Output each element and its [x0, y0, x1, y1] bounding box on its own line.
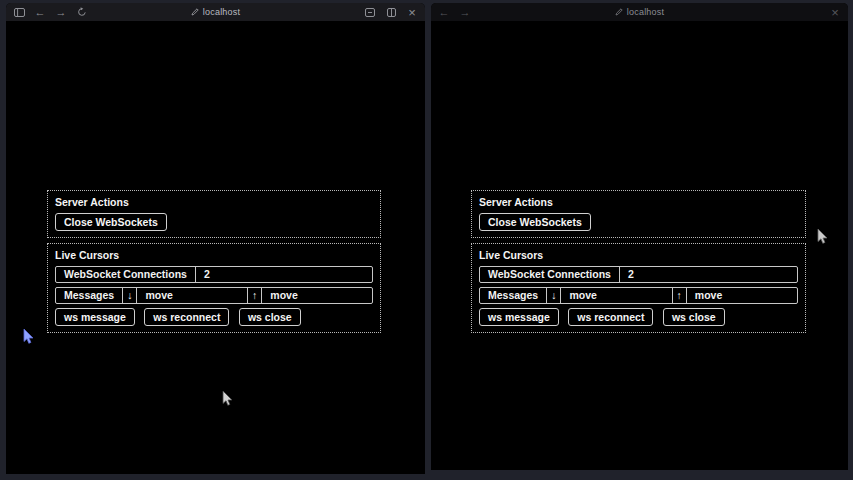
ws-reconnect-button[interactable]: ws reconnect: [568, 308, 653, 326]
forward-icon[interactable]: →: [55, 6, 67, 18]
ws-buttons-row: ws message ws reconnect ws close: [55, 304, 373, 326]
sent-message-value: move: [687, 288, 797, 303]
titlebar-right-controls: ×: [829, 6, 841, 18]
server-actions-legend: Server Actions: [479, 196, 798, 209]
forward-icon[interactable]: →: [459, 6, 471, 18]
ws-message-button[interactable]: ws message: [479, 308, 559, 326]
page-title: localhost: [627, 7, 664, 17]
edit-url-icon: [191, 8, 199, 16]
ws-buttons-row: ws message ws reconnect ws close: [479, 304, 798, 326]
ws-close-button[interactable]: ws close: [239, 308, 301, 326]
messages-row: Messages ↓ move ↑ move: [479, 287, 798, 304]
url-bar[interactable]: localhost: [431, 7, 848, 17]
sidebar-icon[interactable]: [13, 6, 25, 18]
sent-arrow-icon: ↑: [673, 288, 687, 303]
connections-value: 2: [196, 267, 372, 282]
titlebar-left-controls: ← →: [438, 6, 471, 18]
live-cursors-group: Live Cursors WebSocket Connections 2 Mes…: [471, 243, 806, 333]
remote-cursor-blue: [23, 329, 35, 345]
reload-icon[interactable]: [76, 6, 88, 18]
sent-arrow-icon: ↑: [248, 288, 262, 303]
browser-window-right: ← → localhost × Server Actions Close Web…: [431, 3, 848, 470]
websocket-test-panel: Server Actions Close WebSockets Live Cur…: [47, 190, 381, 338]
reader-icon[interactable]: [364, 6, 376, 18]
live-cursors-legend: Live Cursors: [479, 249, 798, 262]
messages-label: Messages: [480, 288, 547, 303]
page-content: Server Actions Close WebSockets Live Cur…: [431, 21, 848, 470]
close-icon[interactable]: ×: [406, 6, 418, 18]
received-arrow-icon: ↓: [547, 288, 561, 303]
connections-label: WebSocket Connections: [56, 267, 196, 282]
ws-reconnect-button[interactable]: ws reconnect: [144, 308, 229, 326]
server-actions-group: Server Actions Close WebSockets: [47, 190, 381, 238]
server-actions-group: Server Actions Close WebSockets: [471, 190, 806, 238]
ws-close-button[interactable]: ws close: [663, 308, 725, 326]
close-icon[interactable]: ×: [829, 6, 841, 18]
connections-label: WebSocket Connections: [480, 267, 620, 282]
received-message-value: move: [137, 288, 248, 303]
titlebar: ← → localhost ×: [431, 3, 848, 21]
server-actions-legend: Server Actions: [55, 196, 373, 209]
live-cursors-group: Live Cursors WebSocket Connections 2 Mes…: [47, 243, 381, 333]
browser-window-left: ← → localhost × Server Actions Close Web…: [6, 3, 425, 474]
back-icon[interactable]: ←: [34, 6, 46, 18]
page-title: localhost: [203, 7, 240, 17]
split-view-icon[interactable]: [385, 6, 397, 18]
close-websockets-button[interactable]: Close WebSockets: [479, 213, 591, 231]
close-websockets-button[interactable]: Close WebSockets: [55, 213, 167, 231]
connections-value: 2: [620, 267, 797, 282]
messages-label: Messages: [56, 288, 123, 303]
edit-url-icon: [615, 8, 623, 16]
titlebar-right-controls: ×: [364, 6, 418, 18]
messages-row: Messages ↓ move ↑ move: [55, 287, 373, 304]
received-message-value: move: [561, 288, 672, 303]
back-icon[interactable]: ←: [438, 6, 450, 18]
ws-message-button[interactable]: ws message: [55, 308, 135, 326]
mouse-cursor: [222, 391, 234, 407]
connections-row: WebSocket Connections 2: [479, 266, 798, 283]
remote-cursor-gray: [817, 229, 829, 245]
page-content: Server Actions Close WebSockets Live Cur…: [6, 21, 425, 474]
titlebar-left-controls: ← →: [13, 6, 88, 18]
sent-message-value: move: [262, 288, 372, 303]
received-arrow-icon: ↓: [123, 288, 137, 303]
titlebar: ← → localhost ×: [6, 3, 425, 21]
websocket-test-panel: Server Actions Close WebSockets Live Cur…: [471, 190, 806, 338]
connections-row: WebSocket Connections 2: [55, 266, 373, 283]
live-cursors-legend: Live Cursors: [55, 249, 373, 262]
